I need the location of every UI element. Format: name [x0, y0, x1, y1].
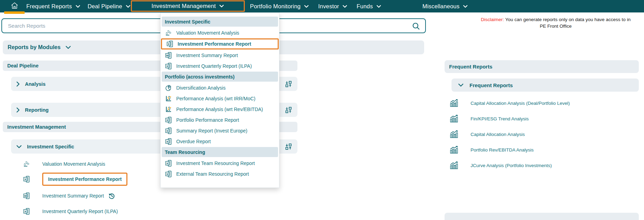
nav-home-tab[interactable]	[4, 0, 25, 12]
svg-text:x: x	[167, 139, 169, 143]
nav-item-label: Funds	[357, 3, 373, 10]
dropdown-item-performance-analysis-wrt-irr-moc[interactable]: Performance Analysis (wrt IRR/MoC)	[161, 93, 279, 104]
nav-item-miscellaneous[interactable]: Miscellaneous	[422, 0, 468, 12]
dropdown-item-investment-team-resourcing-report[interactable]: xInvestment Team Resourcing Report	[161, 158, 279, 168]
excel-file-icon: x	[164, 138, 173, 145]
dropdown-item-label: Summary Report (Invest Europe)	[176, 128, 247, 134]
svg-text:x: x	[25, 209, 27, 213]
investment-management-dropdown: Investment SpecificValuation Movement An…	[160, 12, 279, 188]
pie-chart-icon	[164, 84, 173, 91]
dropdown-section-investment-specific: Investment Specific	[162, 17, 278, 27]
svg-text:x: x	[25, 177, 27, 181]
dropdown-item-valuation-movement-analysis[interactable]: Valuation Movement Analysis	[161, 27, 279, 38]
nav-item-investment-management[interactable]: Investment Management	[131, 0, 245, 12]
dropdown-item-overdue-report[interactable]: xOverdue Report	[161, 136, 279, 147]
dropdown-section-team-resourcing: Team Resourcing	[162, 147, 278, 157]
svg-text:w: w	[166, 54, 169, 57]
dropdown-item-label: Diversification Analysis	[176, 85, 225, 91]
right-panel-bottom-bar	[445, 213, 639, 220]
dropdown-item-performance-analysis-wrt-rev-ebitda[interactable]: Performance Analysis (wrt Rev/EBITDA)	[161, 104, 279, 114]
disclaimer-line1: You can generate reports only on data yo…	[505, 17, 630, 22]
frequent-reports-section-bar: Frequent Reports	[445, 60, 639, 73]
frequent-report-link-jcurve-analysis-portfolio-investments[interactable]: JCurve Analysis (Portfolio Investments)	[449, 160, 552, 171]
report-link-investment-summary-report[interactable]: wInvestment Summary Report	[21, 189, 115, 203]
frequent-reports-group-row[interactable]: Frequent Reports	[451, 79, 639, 92]
reorder-handle[interactable]	[285, 143, 292, 150]
dropdown-item-investment-quarterly-report-ilpa[interactable]: xInvestment Quarterly Report (ILPA)	[161, 61, 279, 71]
search-icon[interactable]	[412, 22, 421, 32]
swap-order-icon	[285, 80, 292, 88]
nav-item-deal-pipeline[interactable]: Deal Pipeline	[88, 0, 131, 12]
frequent-report-link-capital-allocation-analysis-deal-portfolio-level[interactable]: Capital Allocation Analysis (Deal/Portfo…	[449, 98, 570, 108]
reorder-handle[interactable]	[285, 106, 292, 114]
section-title: Investment Management	[7, 124, 66, 130]
chevron-right-icon	[16, 81, 20, 87]
dropdown-section-portfolio-across-investments: Portfolio (across investments)	[162, 72, 278, 82]
frequent-report-link-capital-allocation-analysis[interactable]: Capital Allocation Analysis	[449, 129, 525, 139]
scatter-plot-icon	[164, 106, 173, 113]
chevron-down-icon	[16, 145, 22, 148]
excel-file-icon: x	[164, 160, 173, 167]
reorder-handle[interactable]	[285, 80, 292, 88]
dropdown-item-label: Valuation Movement Analysis	[176, 30, 239, 36]
svg-text:x: x	[167, 118, 169, 122]
frequent-report-label: JCurve Analysis (Portfolio Investments)	[471, 163, 552, 168]
nav-item-portfolio-monitoring[interactable]: Portfolio Monitoring	[250, 0, 309, 12]
frequent-report-label: Fin/KPI/ESG Trend Analysis	[471, 116, 529, 121]
svg-text:x: x	[167, 161, 169, 165]
dropdown-item-investment-performance-report[interactable]: xInvestment Performance Report	[161, 38, 279, 49]
reports-by-modules-label: Reports by Modules	[8, 44, 61, 51]
report-link-investment-quarterly-report-ilpa[interactable]: xInvestment Quarterly Report (ILPA)	[21, 204, 118, 218]
frequent-reports-group-title: Frequent Reports	[469, 82, 513, 88]
nav-item-label: Deal Pipeline	[88, 3, 122, 10]
dropdown-item-investment-summary-report[interactable]: wInvestment Summary Report	[161, 50, 279, 61]
dropdown-item-diversification-analysis[interactable]: Diversification Analysis	[161, 82, 279, 93]
dropdown-item-portfolio-performance-report[interactable]: xPortfolio Performance Report	[161, 114, 279, 125]
excel-file-icon: x	[21, 208, 32, 215]
excel-file-icon: x	[164, 127, 173, 134]
chevron-down-icon	[376, 5, 381, 8]
nav-item-funds[interactable]: Funds	[357, 0, 381, 12]
dropdown-item-external-team-resourcing-report[interactable]: xExternal Team Resourcing Report	[161, 168, 279, 179]
svg-text:x: x	[167, 172, 169, 176]
trend-chart-icon	[449, 161, 459, 169]
frequent-report-label: Portfolio Rev/EBITDA Analysis	[471, 147, 534, 153]
dropdown-item-label: Investment Team Resourcing Report	[176, 161, 255, 166]
report-link-investment-performance-report[interactable]: xInvestment Performance Report	[21, 172, 127, 186]
swap-order-icon	[285, 143, 292, 150]
history-icon[interactable]	[108, 192, 115, 200]
trend-chart-icon	[449, 99, 459, 107]
frequent-report-link-fin-kpi-esg-trend-analysis[interactable]: Fin/KPI/ESG Trend Analysis	[449, 113, 529, 124]
nav-item-frequent-reports[interactable]: Frequent Reports	[26, 0, 80, 12]
report-link-label: Investment Performance Report	[42, 173, 127, 186]
swap-order-icon	[285, 106, 292, 114]
dropdown-item-label: External Team Resourcing Report	[176, 171, 249, 177]
dropdown-item-label: Performance Analysis (wrt IRR/MoC)	[176, 96, 256, 101]
frequent-report-label: Capital Allocation Analysis (Deal/Portfo…	[471, 101, 570, 106]
nav-item-investor[interactable]: Investor	[318, 0, 347, 12]
chevron-down-icon	[342, 5, 347, 8]
report-link-valuation-movement-analysis[interactable]: Valuation Movement Analysis	[21, 157, 105, 171]
row-label: Analysis	[25, 81, 46, 87]
dropdown-item-summary-report-invest-europe[interactable]: xSummary Report (Invest Europe)	[161, 125, 279, 136]
frequent-reports-section-title: Frequent Reports	[449, 64, 492, 70]
trend-chart-icon	[449, 146, 459, 154]
report-link-label: Valuation Movement Analysis	[42, 161, 105, 167]
dropdown-item-label: Portfolio Performance Report	[176, 117, 239, 123]
disclaimer-text: Disclaimer: You can generate reports onl…	[469, 16, 642, 29]
disclaimer-line2: PE Front Office	[540, 24, 572, 29]
chevron-down-icon	[126, 5, 131, 8]
excel-file-icon: x	[166, 40, 174, 47]
top-nav: Frequent ReportsDeal PipelineInvestment …	[0, 0, 644, 12]
excel-file-icon: x	[164, 63, 173, 70]
svg-text:w: w	[24, 194, 27, 198]
chevron-down-icon	[458, 82, 464, 88]
chevron-down-icon	[304, 5, 309, 8]
frequent-report-link-portfolio-rev-ebitda-analysis[interactable]: Portfolio Rev/EBITDA Analysis	[449, 145, 534, 155]
report-link-label: Investment Summary Report	[42, 193, 104, 199]
dropdown-item-label: Overdue Report	[176, 139, 211, 144]
excel-file-icon: x	[21, 176, 32, 183]
svg-text:x: x	[167, 129, 169, 132]
report-link-label: Investment Quarterly Report (ILPA)	[42, 209, 118, 214]
excel-file-icon: x	[164, 117, 173, 123]
